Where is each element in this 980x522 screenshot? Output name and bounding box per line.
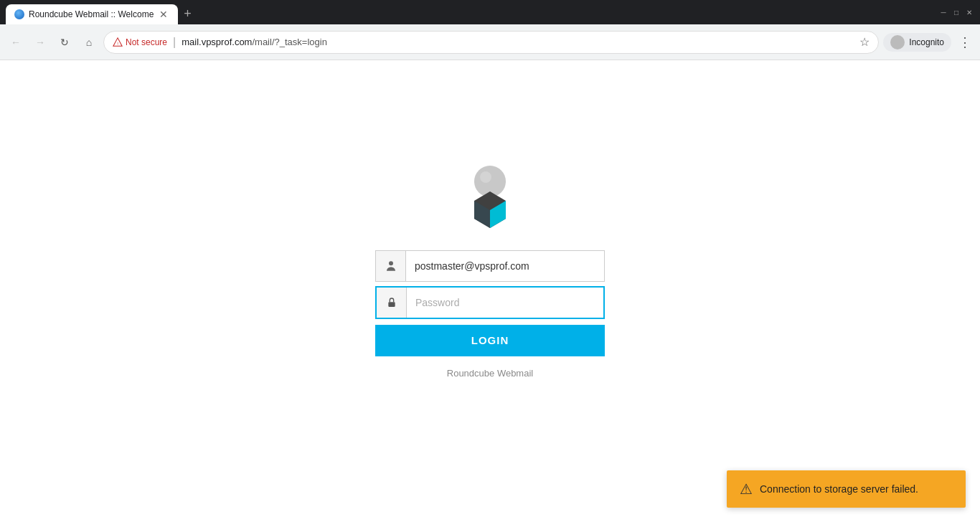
url-bar[interactable]: ! Not secure | mail.vpsprof.com/mail/?_t… — [103, 31, 879, 54]
security-warning-icon: ! Not secure — [113, 37, 167, 47]
tab-bar: Roundcube Webmail :: Welcome ✕ + — [6, 0, 197, 24]
window-controls: ─ □ ✕ — [938, 7, 974, 17]
url-display: mail.vpsprof.com/mail/?_task=login — [182, 37, 327, 47]
password-input-group — [375, 286, 605, 319]
user-icon — [376, 251, 406, 281]
tab-title: Roundcube Webmail :: Welcome — [29, 9, 154, 19]
back-button[interactable]: ← — [6, 32, 26, 52]
username-input[interactable] — [406, 251, 604, 281]
password-input[interactable] — [407, 288, 603, 318]
home-button[interactable]: ⌂ — [79, 32, 99, 52]
reload-button[interactable]: ↻ — [55, 32, 75, 52]
new-tab-button[interactable]: + — [178, 4, 197, 24]
svg-text:!: ! — [117, 40, 118, 45]
profile-avatar-icon — [890, 35, 905, 49]
close-window-button[interactable]: ✕ — [964, 7, 974, 17]
url-separator: | — [173, 36, 176, 49]
username-input-group — [375, 250, 605, 282]
page-content: LOGIN Roundcube Webmail ⚠ Connection to … — [0, 60, 980, 522]
warning-icon: ⚠ — [740, 480, 753, 498]
bookmark-star-icon[interactable]: ☆ — [859, 35, 870, 49]
svg-point-6 — [389, 261, 393, 265]
url-domain: mail.vpsprof.com — [182, 37, 252, 47]
title-bar: Roundcube Webmail :: Welcome ✕ + ─ □ ✕ — [0, 0, 980, 24]
roundcube-logo — [454, 161, 526, 233]
login-form: LOGIN Roundcube Webmail — [375, 250, 605, 379]
maximize-button[interactable]: □ — [951, 7, 961, 17]
svg-point-2 — [480, 171, 491, 183]
incognito-profile-button[interactable]: Incognito — [883, 33, 951, 52]
logo-svg — [454, 161, 526, 233]
error-toast: ⚠ Connection to storage server failed. — [727, 470, 966, 508]
tab-close-button[interactable]: ✕ — [158, 7, 169, 22]
minimize-button[interactable]: ─ — [938, 7, 948, 17]
url-path: /mail/?_task=login — [252, 37, 326, 47]
profile-label: Incognito — [909, 37, 944, 47]
browser-menu-icon[interactable]: ⋮ — [956, 32, 974, 53]
forward-button[interactable]: → — [30, 32, 50, 52]
address-bar: ← → ↻ ⌂ ! Not secure | mail.vpsprof.com/… — [0, 24, 980, 60]
tab-favicon-icon — [14, 9, 24, 19]
lock-icon — [377, 288, 407, 318]
app-name-label: Roundcube Webmail — [375, 368, 605, 379]
svg-rect-7 — [388, 302, 395, 307]
toast-message: Connection to storage server failed. — [760, 483, 918, 495]
active-tab[interactable]: Roundcube Webmail :: Welcome ✕ — [6, 4, 178, 24]
login-button[interactable]: LOGIN — [375, 325, 605, 356]
